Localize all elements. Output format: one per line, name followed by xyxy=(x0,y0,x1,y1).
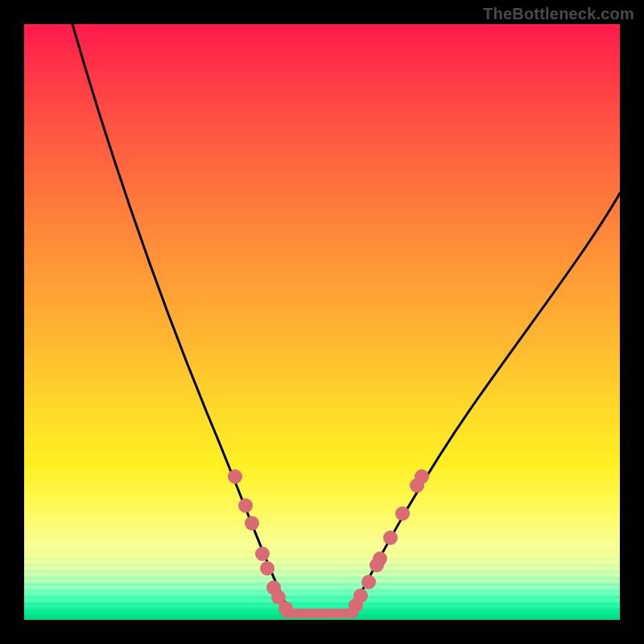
marker-dot xyxy=(279,601,293,616)
watermark-text: TheBottleneck.com xyxy=(483,5,634,23)
curve-layer xyxy=(24,24,620,620)
marker-dot xyxy=(228,469,242,484)
marker-dot xyxy=(395,506,410,521)
marker-dot xyxy=(353,588,368,603)
chart-frame: TheBottleneck.com xyxy=(0,0,644,644)
right-curve xyxy=(350,193,620,613)
marker-dot xyxy=(260,561,275,576)
plot-area xyxy=(24,24,620,620)
marker-dot xyxy=(255,547,270,561)
marker-dot xyxy=(361,575,376,589)
marker-dot xyxy=(245,516,259,530)
marker-dot xyxy=(415,469,429,484)
marker-dot xyxy=(373,551,387,566)
marker-dot xyxy=(238,498,253,513)
marker-dot xyxy=(383,530,398,545)
